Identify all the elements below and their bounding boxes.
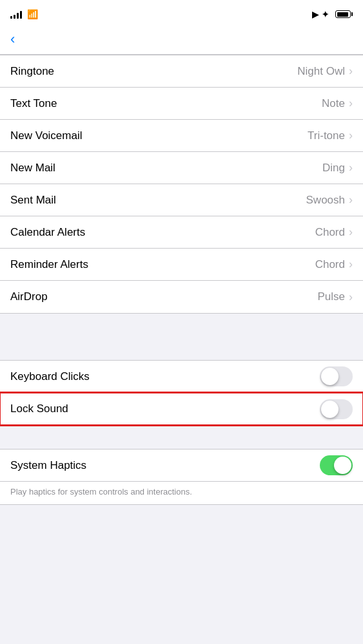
chevron-icon-airdrop: ›: [349, 290, 353, 304]
toggle-thumb-lock-sound: [321, 401, 338, 418]
row-right-new-mail: Ding ›: [322, 161, 353, 175]
chevron-icon-calendar-alerts: ›: [349, 225, 353, 239]
row-value-text-tone: Note: [322, 97, 345, 110]
row-system-haptics: System Haptics: [0, 450, 363, 482]
toggle-system-haptics[interactable]: [320, 455, 353, 475]
row-label-lock-sound: Lock Sound: [10, 402, 68, 415]
status-left: 📶: [10, 9, 38, 19]
row-value-calendar-alerts: Chord: [315, 226, 345, 239]
row-label-text-tone: Text Tone: [10, 97, 57, 110]
status-right: ▶ ✦: [312, 10, 353, 19]
row-value-sent-mail: Swoosh: [306, 194, 345, 207]
row-right-sent-mail: Swoosh ›: [306, 193, 353, 207]
gap-2: [0, 426, 363, 449]
back-chevron-icon: ‹: [10, 32, 15, 46]
toggle-lock-sound[interactable]: [320, 399, 353, 419]
chevron-icon-text-tone: ›: [349, 97, 353, 110]
row-label-reminder-alerts: Reminder Alerts: [10, 258, 88, 271]
row-value-airdrop: Pulse: [317, 290, 345, 303]
battery-icon: [335, 10, 353, 18]
chevron-icon-reminder-alerts: ›: [349, 258, 353, 271]
row-value-reminder-alerts: Chord: [315, 258, 345, 271]
haptics-description: Play haptics for system controls and int…: [0, 482, 363, 504]
row-airdrop[interactable]: AirDrop Pulse ›: [0, 281, 363, 313]
toggle-keyboard-clicks[interactable]: [320, 366, 353, 386]
row-keyboard-clicks: Keyboard Clicks: [0, 361, 363, 393]
row-lock-sound: Lock Sound: [0, 393, 363, 425]
row-new-mail[interactable]: New Mail Ding ›: [0, 152, 363, 184]
signal-bars-icon: [10, 10, 22, 19]
chevron-icon-new-mail: ›: [349, 161, 353, 175]
gap-1: [0, 337, 363, 360]
chevron-icon-sent-mail: ›: [349, 193, 353, 207]
row-value-ringtone: Night Owl: [297, 65, 345, 78]
row-right-new-voicemail: Tri-tone ›: [308, 129, 353, 142]
chevron-icon-new-voicemail: ›: [349, 129, 353, 142]
row-ringtone[interactable]: Ringtone Night Owl ›: [0, 55, 363, 88]
status-bar: 📶 ▶ ✦: [0, 0, 363, 28]
toggle-thumb-keyboard-clicks: [321, 368, 338, 385]
row-value-new-mail: Ding: [322, 162, 345, 175]
row-label-ringtone: Ringtone: [10, 65, 54, 78]
row-text-tone[interactable]: Text Tone Note ›: [0, 88, 363, 120]
row-right-reminder-alerts: Chord ›: [315, 258, 353, 271]
location-icon: ▶: [312, 10, 319, 19]
row-calendar-alerts[interactable]: Calendar Alerts Chord ›: [0, 216, 363, 249]
sounds-section: Ringtone Night Owl › Text Tone Note › Ne…: [0, 55, 363, 314]
row-right-airdrop: Pulse ›: [317, 290, 353, 304]
toggles-section: Keyboard Clicks Lock Sound: [0, 360, 363, 426]
row-right-calendar-alerts: Chord ›: [315, 225, 353, 239]
toggle-thumb-system-haptics: [334, 457, 351, 474]
row-sent-mail[interactable]: Sent Mail Swoosh ›: [0, 184, 363, 216]
row-label-new-voicemail: New Voicemail: [10, 129, 83, 142]
bluetooth-icon: ✦: [322, 10, 329, 19]
row-label-system-haptics: System Haptics: [10, 459, 86, 472]
back-button[interactable]: ‹: [10, 33, 16, 46]
row-right-ringtone: Night Owl ›: [297, 64, 353, 78]
nav-bar: ‹: [0, 28, 363, 55]
row-label-new-mail: New Mail: [10, 162, 55, 175]
haptics-section: System Haptics Play haptics for system c…: [0, 449, 363, 505]
row-label-sent-mail: Sent Mail: [10, 194, 56, 207]
row-reminder-alerts[interactable]: Reminder Alerts Chord ›: [0, 249, 363, 281]
row-label-airdrop: AirDrop: [10, 290, 48, 303]
wifi-icon: 📶: [27, 9, 38, 19]
row-label-calendar-alerts: Calendar Alerts: [10, 226, 85, 239]
row-value-new-voicemail: Tri-tone: [308, 129, 345, 142]
row-right-text-tone: Note ›: [322, 97, 353, 110]
row-new-voicemail[interactable]: New Voicemail Tri-tone ›: [0, 120, 363, 152]
chevron-icon-ringtone: ›: [349, 64, 353, 78]
row-label-keyboard-clicks: Keyboard Clicks: [10, 370, 90, 383]
